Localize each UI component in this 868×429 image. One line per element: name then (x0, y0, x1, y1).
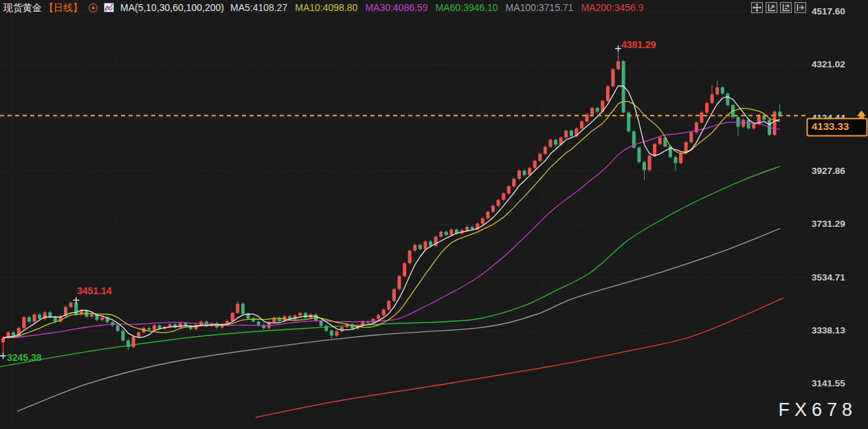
candle-body (512, 179, 515, 186)
y-axis-label[interactable]: 4517.60 (812, 6, 845, 16)
candle-body (69, 302, 73, 307)
candle-body (711, 94, 714, 103)
candle-body (408, 251, 412, 263)
candle-body (465, 227, 469, 230)
candle-body (653, 144, 656, 156)
candle-body (387, 301, 390, 310)
candle-body (523, 170, 526, 175)
candle-body (377, 315, 380, 319)
candle-body (90, 315, 93, 317)
candle-body (116, 325, 120, 331)
ma-legend-item: MA100:3715.71 (506, 2, 574, 13)
candle-body (429, 241, 432, 245)
candle-body (518, 170, 521, 179)
candle-body (611, 69, 614, 87)
candle-body (742, 120, 745, 126)
candle-body (715, 87, 719, 94)
shift-right-icon[interactable] (794, 2, 806, 13)
y-axis-label[interactable]: 4321.02 (812, 59, 845, 69)
candle-body (544, 147, 547, 154)
y-axis-label[interactable]: 3927.86 (812, 166, 845, 176)
candle-body (533, 161, 537, 168)
candle-body (121, 331, 124, 340)
period-label[interactable]: 【日线】 (44, 2, 82, 13)
candle-body (298, 313, 302, 316)
candle-body (392, 289, 396, 301)
ma-params-label: MA(5,10,30,60,100,200) (120, 2, 224, 13)
price-up-arrow-icon (860, 116, 865, 119)
candle-body (38, 315, 41, 319)
candle-body (674, 157, 677, 164)
candle-body (449, 230, 453, 235)
candle-body (570, 131, 573, 136)
candle-body (397, 276, 401, 289)
ma-legend-item: MA5:4108.27 (230, 2, 287, 13)
candle-body (752, 124, 755, 129)
candle-body (502, 193, 505, 199)
price-extreme-annotation: 3245.38 (7, 352, 42, 363)
candle-body (486, 212, 489, 218)
candle-body (419, 245, 422, 249)
candle-body (111, 322, 114, 326)
candle-body (689, 132, 693, 142)
candle-body (648, 156, 652, 170)
candle-body (100, 317, 104, 320)
candle-body (382, 309, 386, 315)
candle-body (726, 94, 729, 105)
candle-body (241, 304, 245, 314)
move-crosshair-icon[interactable] (751, 2, 763, 13)
last-price-value: 4133.33 (812, 120, 849, 132)
candle-body (372, 319, 375, 323)
candle-body (304, 313, 307, 318)
candle-body (658, 138, 662, 144)
symbol-title: 现货黄金 (3, 2, 42, 13)
candle-body (590, 108, 594, 114)
candle-body (257, 322, 260, 325)
ma-legend: MA5:4108.27MA10:4098.80MA30:4086.59MA60:… (230, 2, 643, 13)
chart-header: 现货黄金 【日线】 + MA(5,10,30,60,100,200) MA5:4… (3, 2, 643, 13)
candle-body (445, 232, 448, 235)
y-axis-label[interactable]: 3731.29 (812, 219, 845, 229)
add-indicator-icon[interactable]: + (89, 3, 98, 12)
y-axis-label[interactable]: 3338.13 (812, 325, 845, 336)
candle-body (22, 317, 25, 328)
candle-body (413, 245, 416, 250)
candle-body (471, 227, 474, 229)
candle-body (491, 206, 495, 212)
axis-toolbar (751, 2, 806, 13)
candle-body (497, 200, 500, 206)
scale-axis-left-icon[interactable] (766, 2, 777, 13)
candle-body (179, 323, 182, 327)
candle-body (132, 337, 135, 347)
candle-body (643, 162, 646, 170)
price-extreme-annotation: 3451.14 (77, 285, 112, 296)
candle-body (564, 131, 568, 138)
candle-body (33, 315, 36, 322)
candle-body (747, 120, 750, 129)
scale-axis-right-icon[interactable] (780, 2, 792, 13)
ma-legend-item: MA60:3946.10 (435, 2, 498, 13)
candle-body (236, 304, 239, 313)
candle-body (548, 140, 552, 146)
candle-body (27, 317, 31, 321)
candle-body (137, 332, 140, 336)
chart-window: 4517.604321.024124.443927.863731.293534.… (0, 0, 868, 429)
candlestick-chart[interactable]: 4517.604321.024124.443927.863731.293534.… (0, 0, 868, 429)
candle-body (637, 148, 641, 162)
candle-body (528, 168, 531, 175)
candle-body (330, 331, 333, 336)
chart-type-icon[interactable] (104, 3, 114, 12)
y-axis-label[interactable]: 3141.55 (812, 378, 845, 388)
candle-body (340, 327, 344, 331)
candle-body (231, 313, 234, 321)
chart-background (0, 0, 868, 429)
y-axis-label[interactable]: 3534.71 (812, 272, 845, 283)
candle-body (616, 61, 620, 69)
ma-legend-item: MA200:3456.9 (581, 2, 643, 13)
candle-body (54, 317, 57, 321)
candle-body (538, 154, 542, 161)
watermark: FX678 (778, 399, 857, 421)
candle-body (403, 263, 406, 276)
price-extreme-annotation: 4381.29 (621, 39, 656, 50)
candle-body (700, 113, 703, 123)
